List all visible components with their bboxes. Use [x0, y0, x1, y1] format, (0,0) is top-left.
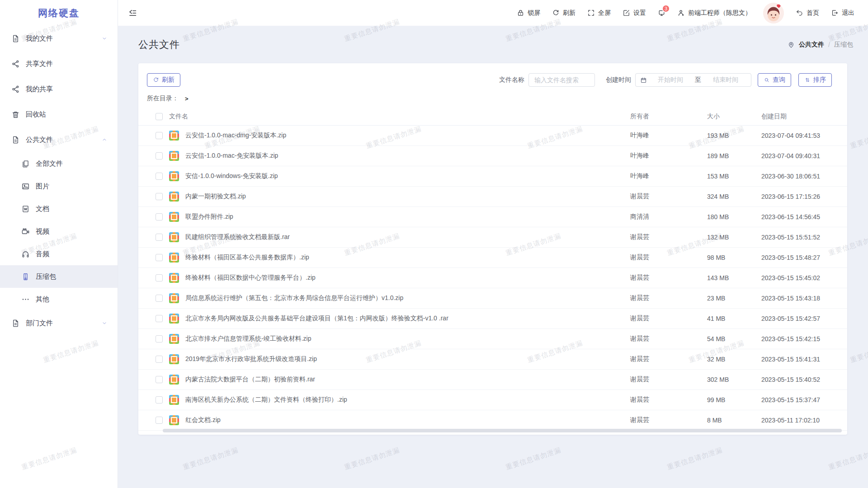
file-name[interactable]: 内蒙一期初验文档.zip: [185, 192, 630, 201]
sidebar-item-label: 共享文件: [26, 60, 108, 68]
sidebar-item-department-files[interactable]: 部门文件: [0, 310, 118, 336]
sidebar-item-public-files[interactable]: 公共文件: [0, 127, 118, 152]
row-checkbox[interactable]: [156, 173, 163, 180]
table-row[interactable]: 2019年北京市水行政审批系统升级改造项目.zip谢晨芸32 MB2023-05…: [138, 349, 847, 370]
table-row[interactable]: 终验材料（福田区基本公共服务数据库）.zip谢晨芸98 MB2023-05-15…: [138, 248, 847, 268]
select-all-checkbox[interactable]: [156, 113, 163, 120]
sidebar-item-documents[interactable]: 文档: [0, 197, 118, 220]
table-row[interactable]: 云安信-1.0.0-mac-dmg-安装版本.zip叶海峰193 MB2023-…: [138, 126, 847, 146]
fullscreen-button[interactable]: 全屏: [587, 9, 611, 17]
table-row[interactable]: 南海区机关新办公系统（二期）文件资料（终验打印）.zip谢晨芸99 MB2023…: [138, 390, 847, 410]
file-name[interactable]: 北京市排水户信息管理系统-竣工验收材料.zip: [185, 335, 630, 343]
file-owner: 谢晨芸: [630, 396, 707, 404]
file-name[interactable]: 安信-1.0.0-windows-免安装版.zip: [185, 172, 630, 180]
file-owner: 叶海峰: [630, 131, 707, 140]
sidebar-item-label: 全部文件: [36, 160, 108, 168]
table-row[interactable]: 终验材料（福田区数据中心管理服务平台）.zip谢晨芸143 MB2023-05-…: [138, 268, 847, 288]
table-row[interactable]: 联盟办件附件.zip商清清180 MB2023-06-15 14:56:45: [138, 207, 847, 227]
refresh-page-button[interactable]: 刷新: [552, 9, 576, 17]
file-name[interactable]: 终验材料（福田区数据中心管理服务平台）.zip: [185, 274, 630, 282]
row-checkbox[interactable]: [156, 132, 163, 139]
file-name[interactable]: 红会文档.zip: [185, 416, 630, 424]
end-date-placeholder[interactable]: 结束时间: [705, 76, 746, 84]
refresh-list-button[interactable]: 刷新: [147, 73, 180, 87]
lock-screen-button[interactable]: 锁屏: [517, 9, 540, 17]
file-name[interactable]: 民建组织管理系统验收文档最新版.rar: [185, 233, 630, 241]
calendar-icon: [640, 77, 647, 84]
file-name[interactable]: 南海区机关新办公系统（二期）文件资料（终验打印）.zip: [185, 396, 630, 404]
logout-button[interactable]: 退出: [831, 9, 854, 17]
row-checkbox[interactable]: [156, 356, 163, 363]
file-created-date: 2023-06-15 14:56:45: [761, 213, 829, 221]
sidebar-item-my-shares[interactable]: 我的共享: [0, 76, 118, 102]
sidebar-item-label: 我的共享: [26, 85, 108, 94]
table-row[interactable]: 北京市水务局内网改版及公共服务基础平台建设项目（第1包：内网改版）终验验文档-v…: [138, 309, 847, 329]
file-owner: 谢晨芸: [630, 253, 707, 262]
row-checkbox[interactable]: [156, 193, 163, 200]
user-menu[interactable]: 前端工程师（陈思文）: [677, 9, 751, 17]
sidebar-item-recycle-bin[interactable]: 回收站: [0, 102, 118, 127]
file-name[interactable]: 北京市水务局内网改版及公共服务基础平台建设项目（第1包：内网改版）终验验文档-v…: [185, 314, 630, 323]
settings-button[interactable]: 设置: [623, 9, 646, 17]
table-row[interactable]: 红会文档.zip谢晨芸8 MB2023-05-11 17:02:10: [138, 410, 847, 431]
archive-file-icon: [169, 151, 179, 161]
archive-file-icon: [169, 192, 179, 202]
video-icon: [21, 227, 30, 236]
table-row[interactable]: 内蒙一期初验文档.zip谢晨芸324 MB2023-06-15 17:15:26: [138, 187, 847, 207]
breadcrumb-root[interactable]: 公共文件: [799, 41, 824, 49]
file-name[interactable]: 内蒙古法院大数据平台（二期）初验前资料.rar: [185, 375, 630, 384]
home-button[interactable]: 首页: [796, 9, 819, 17]
table-row[interactable]: 北京市排水户信息管理系统-竣工验收材料.zip谢晨芸54 MB2023-05-1…: [138, 329, 847, 349]
sidebar-collapse-icon[interactable]: [128, 8, 137, 18]
file-size: 153 MB: [707, 173, 761, 180]
date-range-picker[interactable]: 开始时间 至 结束时间: [635, 73, 751, 87]
row-checkbox[interactable]: [156, 295, 163, 302]
row-checkbox[interactable]: [156, 315, 163, 322]
sort-button[interactable]: 排序: [798, 73, 832, 87]
table-row[interactable]: 局信息系统运行维护（第五包：北京市水务局综合信息平台运行维护）v1.0.zip谢…: [138, 288, 847, 309]
file-owner: 谢晨芸: [630, 375, 707, 384]
horizontal-scrollbar[interactable]: [163, 429, 842, 432]
file-size: 8 MB: [707, 417, 761, 424]
row-checkbox[interactable]: [156, 254, 163, 261]
row-checkbox[interactable]: [156, 213, 163, 221]
table-row[interactable]: 民建组织管理系统验收文档最新版.rar谢晨芸132 MB2023-05-15 1…: [138, 227, 847, 248]
notifications-button[interactable]: 3: [658, 9, 665, 17]
sidebar-item-images[interactable]: 图片: [0, 175, 118, 197]
sidebar-item-audio[interactable]: 音频: [0, 243, 118, 265]
topbar: 锁屏 刷新 全屏 设置 3 前端工程师（陈思文） 首页 退出: [118, 0, 868, 26]
directory-separator[interactable]: >: [185, 95, 189, 102]
file-name[interactable]: 终验材料（福田区基本公共服务数据库）.zip: [185, 253, 630, 262]
row-checkbox[interactable]: [156, 234, 163, 241]
table-row[interactable]: 内蒙古法院大数据平台（二期）初验前资料.rar谢晨芸302 MB2023-05-…: [138, 370, 847, 390]
row-checkbox[interactable]: [156, 335, 163, 343]
filename-search-input[interactable]: [528, 73, 595, 87]
table-row[interactable]: 云安信-1.0.0-mac-免安装版本.zip叶海峰189 MB2023-07-…: [138, 146, 847, 166]
row-checkbox[interactable]: [156, 274, 163, 282]
sidebar-item-all-files[interactable]: 全部文件: [0, 152, 118, 175]
file-created-date: 2023-05-15 15:51:52: [761, 234, 829, 241]
row-checkbox[interactable]: [156, 152, 163, 160]
start-date-placeholder[interactable]: 开始时间: [650, 76, 691, 84]
file-owner: 谢晨芸: [630, 192, 707, 201]
query-button[interactable]: 查询: [758, 73, 791, 87]
file-name[interactable]: 联盟办件附件.zip: [185, 213, 630, 221]
file-name[interactable]: 2019年北京市水行政审批系统升级改造项目.zip: [185, 355, 630, 363]
row-checkbox[interactable]: [156, 417, 163, 424]
file-name[interactable]: 云安信-1.0.0-mac-免安装版本.zip: [185, 152, 630, 160]
avatar[interactable]: [763, 3, 784, 23]
sidebar-item-shared-files[interactable]: 共享文件: [0, 51, 118, 76]
row-checkbox[interactable]: [156, 396, 163, 404]
file-created-date: 2023-05-11 17:02:10: [761, 417, 829, 424]
sidebar-item-others[interactable]: 其他: [0, 288, 118, 310]
created-time-filter-label: 创建时间: [606, 76, 631, 84]
table-row[interactable]: 安信-1.0.0-windows-免安装版.zip叶海峰153 MB2023-0…: [138, 166, 847, 187]
sidebar-item-videos[interactable]: 视频: [0, 220, 118, 243]
sidebar-item-my-files[interactable]: 我的文件: [0, 26, 118, 51]
file-name[interactable]: 云安信-1.0.0-mac-dmg-安装版本.zip: [185, 131, 630, 140]
sidebar-item-archives[interactable]: 压缩包: [0, 265, 118, 288]
archive-file-icon: [169, 273, 179, 283]
file-name[interactable]: 局信息系统运行维护（第五包：北京市水务局综合信息平台运行维护）v1.0.zip: [185, 294, 630, 302]
row-checkbox[interactable]: [156, 376, 163, 383]
file-created-date: 2023-05-15 15:45:02: [761, 274, 829, 282]
